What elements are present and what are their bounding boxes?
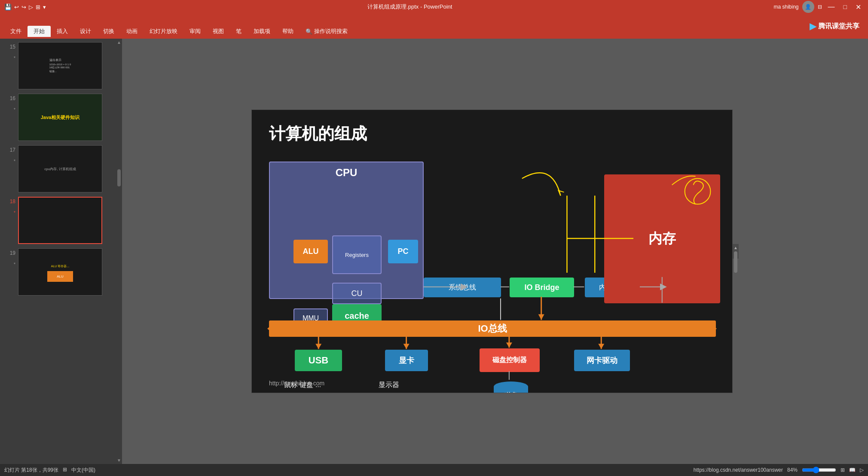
tab-home[interactable]: 开始	[28, 26, 51, 37]
slide-preview-15: 溢出表示 1010+1010 = 0 1 0 16位LZR 000 001 链接…	[48, 56, 73, 75]
zoom-label: 84%	[787, 467, 798, 473]
statusbar-left: 幻灯片 第18张，共99张 ⊞ 中文(中国)	[4, 467, 95, 474]
slide-num-17: 17	[7, 147, 15, 153]
io-bus-arrow-left	[267, 321, 276, 336]
reg-label: Registers	[345, 252, 369, 258]
tab-help[interactable]: 帮助	[276, 26, 300, 37]
slide-thumb-15[interactable]: 15 * 溢出表示 1010+1010 = 0 1 0 16位LZR 000 0…	[3, 41, 113, 90]
cu-box: CU	[332, 283, 382, 304]
win-maximize-btn[interactable]: □	[841, 3, 850, 10]
scroll-down-arrow[interactable]: ▼	[117, 457, 121, 464]
url-label: http://mashibing.com	[269, 380, 324, 387]
tab-design[interactable]: 设计	[74, 26, 97, 37]
slide-content-area: 计算机的组成 CPU ALU Registers PC CU MMU cache…	[122, 39, 868, 464]
slide-star-15: *	[14, 56, 15, 61]
tab-addins[interactable]: 加载项	[248, 26, 276, 37]
registers-box: Registers	[332, 235, 382, 274]
win-close-btn[interactable]: ✕	[853, 3, 864, 11]
slide-panel-scrollbar[interactable]: ▲ ▼	[116, 39, 122, 464]
slide-thumb-18[interactable]: 18 * 计算机的组成 CPU ALU Registers PC CU MMU …	[3, 196, 113, 245]
display-card-box: 显卡	[385, 350, 428, 371]
svg-marker-6	[538, 314, 544, 320]
slide-info: 幻灯片 第18张，共99张	[4, 467, 58, 474]
more-icon[interactable]: ▾	[43, 4, 46, 10]
zoom-slider[interactable]	[802, 467, 836, 473]
display-sub-label: 显示器	[379, 381, 399, 390]
win-minimize-btn[interactable]: —	[825, 3, 837, 11]
main-layout: 15 * 溢出表示 1010+1010 = 0 1 0 16位LZR 000 0…	[0, 39, 868, 464]
slide-preview-17: cpu内存, 计算机组成	[44, 167, 76, 171]
io-bridge-label: IO Bridge	[524, 283, 559, 292]
io-bus-label: IO总线	[478, 322, 507, 335]
sys-bus-label: 系统总线	[449, 283, 476, 292]
display-card-label: 显卡	[399, 355, 414, 366]
slide-img-16[interactable]: Java相关硬件知识	[18, 94, 102, 141]
titlebar-right: ma shibing 👤 ⊟ — □ ✕	[774, 1, 864, 13]
layout-icon[interactable]: ⊞	[36, 4, 40, 10]
canvas-scrollbar[interactable]: ▲ ▼	[733, 244, 739, 259]
tab-slideshow[interactable]: 幻灯片放映	[144, 26, 183, 37]
slide-star-16: *	[14, 107, 15, 112]
save-icon[interactable]: 💾	[4, 3, 12, 10]
svg-marker-14	[598, 344, 604, 349]
statusbar-right: https://blog.csdn.net/answer100answer 84…	[694, 467, 864, 473]
window-title: 计算机组成原理.pptx - PowerPoint	[46, 3, 774, 11]
pc-box: PC	[388, 240, 418, 263]
undo-icon[interactable]: ↩	[14, 4, 19, 10]
sys-bus-box: 系统总线	[424, 278, 501, 297]
disk-ctrl-label: 磁盘控制器	[492, 356, 527, 365]
tab-review[interactable]: 审阅	[183, 26, 207, 37]
tab-search[interactable]: 🔍 操作说明搜索	[300, 26, 354, 37]
canvas-scroll-thumb[interactable]	[734, 251, 737, 273]
slide-thumb-19[interactable]: 19 * ALU 寄存器... ALU	[3, 247, 113, 296]
slide-img-17[interactable]: cpu内存, 计算机组成	[18, 145, 102, 192]
search-icon: 🔍	[306, 28, 312, 35]
slide-num-15: 15	[7, 44, 15, 50]
present-icon[interactable]: ▷	[29, 4, 33, 10]
titlebar: 💾 ↩ ↪ ▷ ⊞ ▾ 计算机组成原理.pptx - PowerPoint ma…	[0, 0, 868, 14]
tab-view[interactable]: 视图	[207, 26, 230, 37]
screen-icon[interactable]: ⊟	[818, 4, 822, 10]
slide-preview-16: Java相关硬件知识	[41, 114, 79, 121]
logo-icon: ▶	[810, 21, 816, 31]
tab-insert[interactable]: 插入	[51, 26, 74, 37]
slide-thumb-17[interactable]: 17 * cpu内存, 计算机组成	[3, 144, 113, 193]
canvas-scroll-up[interactable]: ▲	[732, 244, 739, 251]
tab-pen[interactable]: 笔	[230, 26, 248, 37]
tab-animation[interactable]: 动画	[120, 26, 144, 37]
scroll-up-arrow[interactable]: ▲	[117, 39, 121, 46]
slide-panel: 15 * 溢出表示 1010+1010 = 0 1 0 16位LZR 000 0…	[0, 39, 116, 464]
slide-num-18: 18	[7, 198, 15, 204]
view-slideshow-icon[interactable]: ▷	[860, 467, 864, 473]
disk-label: 磁盘	[504, 391, 518, 394]
slide-star-17: *	[14, 159, 15, 164]
titlebar-left: 💾 ↩ ↪ ▷ ⊞ ▾	[4, 3, 46, 10]
svg-marker-8	[315, 344, 321, 349]
view-reading-icon[interactable]: 📖	[849, 467, 856, 473]
io-bus-arrow-right	[708, 321, 717, 336]
scroll-thumb[interactable]	[117, 169, 121, 186]
tab-file[interactable]: 文件	[4, 26, 28, 37]
slide-img-15[interactable]: 溢出表示 1010+1010 = 0 1 0 16位LZR 000 001 链接…	[18, 42, 102, 89]
username-label: ma shibing	[774, 4, 799, 10]
nic-box: 网卡驱动	[574, 350, 630, 371]
redo-icon[interactable]: ↪	[21, 4, 26, 10]
slide-img-19[interactable]: ALU 寄存器... ALU	[18, 248, 102, 296]
slide-star-19: *	[14, 262, 15, 267]
memory-label: 内存	[648, 229, 676, 248]
usb-box: USB	[295, 350, 342, 371]
user-avatar: 👤	[802, 1, 814, 13]
slide-canvas[interactable]: 计算机的组成 CPU ALU Registers PC CU MMU cache…	[251, 110, 733, 393]
cpu-box: CPU ALU Registers PC CU MMU cache	[269, 162, 424, 299]
memory-box: 内存	[604, 174, 720, 303]
svg-marker-10	[403, 344, 410, 349]
view-normal-icon[interactable]: ⊞	[840, 467, 845, 473]
io-bridge-box: IO Bridge	[510, 278, 574, 297]
usb-label: USB	[309, 355, 328, 366]
disk-box: 磁盘	[492, 381, 530, 393]
logo-text: 腾讯课堂共享	[818, 22, 859, 31]
slide-thumb-16[interactable]: 16 * Java相关硬件知识	[3, 93, 113, 142]
tab-transition[interactable]: 切换	[97, 26, 120, 37]
slide-img-18[interactable]: 计算机的组成 CPU ALU Registers PC CU MMU cache…	[18, 197, 102, 244]
slide-num-16: 16	[7, 95, 15, 101]
